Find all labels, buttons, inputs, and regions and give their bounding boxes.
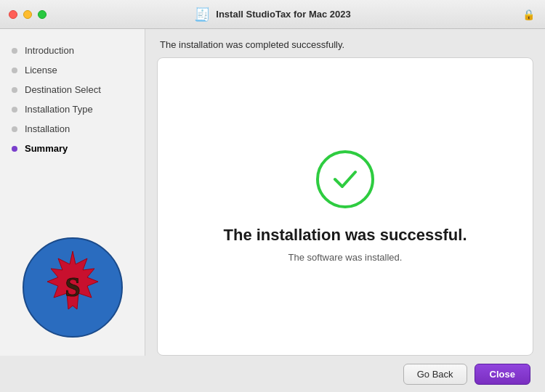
window-title: Install StudioTax for Mac 2023 xyxy=(216,9,350,20)
sidebar-item-destination-select[interactable]: Destination Select xyxy=(0,80,145,99)
sidebar-items: Introduction License Destination Select … xyxy=(0,41,145,225)
sidebar-item-license[interactable]: License xyxy=(0,60,145,80)
sidebar-label-installation-type: Installation Type xyxy=(25,104,93,115)
sidebar-dot-introduction xyxy=(12,48,17,54)
top-message: The installation was completed successfu… xyxy=(145,29,545,57)
minimize-button[interactable] xyxy=(23,10,32,19)
sidebar-dot-installation-type xyxy=(12,107,17,113)
sidebar-dot-license xyxy=(12,68,17,73)
sidebar-label-destination-select: Destination Select xyxy=(25,84,101,95)
success-circle xyxy=(316,150,374,208)
sidebar-dot-installation xyxy=(12,126,17,132)
sidebar-item-introduction[interactable]: Introduction xyxy=(0,41,145,60)
maximize-button[interactable] xyxy=(38,10,47,19)
sidebar-item-installation-type[interactable]: Installation Type xyxy=(0,99,145,119)
sidebar: Introduction License Destination Select … xyxy=(0,29,145,356)
close-button[interactable] xyxy=(9,10,17,19)
success-title: The installation was successful. xyxy=(224,226,467,245)
content-card: The installation was successful. The sof… xyxy=(157,57,533,356)
success-subtitle: The software was installed. xyxy=(288,252,403,263)
success-check-icon xyxy=(329,163,361,195)
sidebar-item-summary[interactable]: Summary xyxy=(0,139,145,158)
app-logo: S xyxy=(22,237,124,338)
sidebar-label-installation: Installation xyxy=(25,123,70,134)
footer: Go Back Close xyxy=(0,356,545,392)
sidebar-label-introduction: Introduction xyxy=(25,45,74,56)
lock-icon: 🔒 xyxy=(522,9,535,20)
sidebar-dot-summary xyxy=(12,146,17,152)
right-panel: The installation was completed successfu… xyxy=(145,29,545,356)
sidebar-label-license: License xyxy=(25,65,57,75)
go-back-button[interactable]: Go Back xyxy=(403,364,467,385)
close-installer-button[interactable]: Close xyxy=(475,364,530,385)
title-bar-center: 🧾 Install StudioTax for Mac 2023 xyxy=(194,7,350,23)
title-bar: 🧾 Install StudioTax for Mac 2023 🔒 xyxy=(0,0,545,29)
main-content: Introduction License Destination Select … xyxy=(0,29,545,356)
app-icon: 🧾 xyxy=(194,7,210,23)
sidebar-item-installation[interactable]: Installation xyxy=(0,119,145,139)
traffic-lights xyxy=(9,10,47,19)
sidebar-dot-destination-select xyxy=(12,87,17,93)
sidebar-label-summary: Summary xyxy=(25,143,68,154)
svg-text:S: S xyxy=(65,271,80,302)
